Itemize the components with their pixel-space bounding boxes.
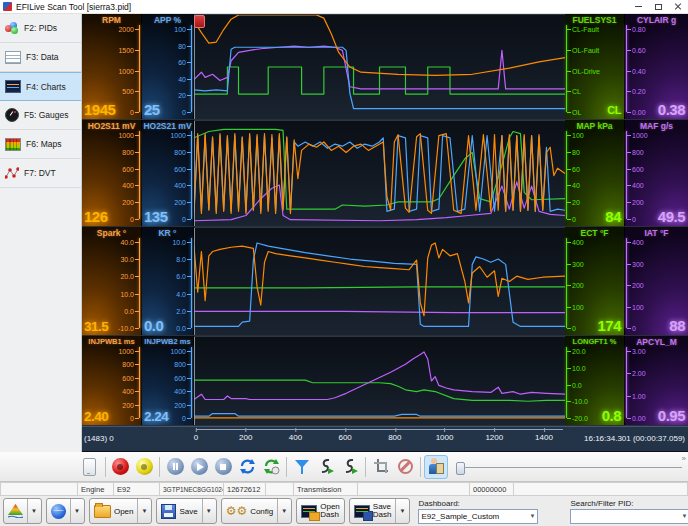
config-gear-icon: ⚙⚙ (226, 505, 248, 517)
gauge-cylair[interactable]: CYLAIR g 0.800.600.400.200.00 0.38 (625, 14, 688, 119)
gauge-ho2s11[interactable]: HO2S11 mV 10008006004002000 126 (82, 120, 142, 226)
sidebar-item-pids[interactable]: F2: PIDs (0, 14, 81, 43)
gauge-axis-ticks: 10.08.06.04.02.00.0 (172, 239, 191, 332)
gauge-label: INJPWB2 ms (142, 336, 193, 346)
chart-cursor[interactable] (194, 15, 195, 119)
chart-marker-handle[interactable] (194, 15, 205, 28)
gauge-map[interactable]: MAP kPa 100806040200 84 (565, 120, 625, 226)
open-button[interactable]: Open ▼ (89, 498, 153, 524)
refresh-button[interactable] (235, 455, 259, 479)
gauge-rpm[interactable]: RPM 2000150010005000 1945 (82, 14, 142, 119)
axis-tick: 80 (567, 149, 580, 156)
filter-button[interactable] (290, 455, 314, 479)
gauge-fuelsys1[interactable]: FUELSYS1 CL-FaultOL-FaultOL-DriveCLOL CL (565, 14, 625, 119)
gauge-injpwb1[interactable]: INJPWB1 ms 10008006004002000 2.40 (82, 336, 142, 425)
record-red-button[interactable] (108, 455, 132, 479)
gauge-value: 1945 (84, 101, 115, 118)
axis-tick: 1000 (118, 68, 139, 75)
log-add-button-1[interactable] (314, 455, 338, 479)
driver-info-button[interactable] (424, 455, 448, 479)
axis-tick: OL-Fault (567, 47, 599, 54)
close-window-button[interactable] (668, 0, 688, 14)
sync-save-button[interactable] (259, 455, 283, 479)
log-add-button-2[interactable] (338, 455, 362, 479)
axis-tick: 1.00 (627, 393, 646, 400)
chevron-down-icon: ▼ (529, 513, 535, 519)
status-cell-vin: 3GTP1NEC8GG102471 (160, 482, 224, 496)
gauge-maf[interactable]: MAF g/s 10008006004002000 49.5 (625, 120, 688, 226)
status-cell-blank (266, 482, 294, 496)
dropdown-arrow[interactable]: ▼ (70, 499, 80, 523)
pause-button[interactable] (163, 455, 187, 479)
pid-chart-tool-button[interactable]: ▼ (3, 498, 42, 524)
sidebar-item-label: F3: Data (26, 52, 59, 62)
sidebar-item-data[interactable]: F3: Data (0, 43, 81, 72)
axis-tick: 0 (567, 216, 576, 223)
gauge-kr[interactable]: KR ° 10.08.06.04.02.00.0 0.0 (142, 227, 194, 335)
stop-button[interactable] (211, 455, 235, 479)
axis-tick: 0 (182, 415, 191, 422)
crop-button[interactable] (369, 455, 393, 479)
gauge-ect[interactable]: ECT °F 4003002001000 174 (565, 227, 625, 335)
axis-tick: 1000 (118, 132, 139, 139)
chart-plot-2[interactable] (194, 120, 565, 226)
gauge-injpwb2[interactable]: INJPWB2 ms 10008006004002000 2.24 (142, 336, 194, 425)
save-button[interactable]: Save ▼ (156, 498, 216, 524)
chart-plot-1[interactable] (194, 14, 565, 119)
dropdown-arrow[interactable]: ▼ (277, 499, 287, 523)
slider-track (464, 467, 681, 468)
gauge-ho2s21[interactable]: HO2S21 mV 10008006004002000 135 (142, 120, 194, 226)
toolbar-overflow-chevron[interactable]: » (682, 452, 686, 463)
gauge-spark[interactable]: Spark ° 40.030.020.010.00.0-10.0 31.5 (82, 227, 142, 335)
sidebar-item-maps[interactable]: F6: Maps (0, 130, 81, 159)
series-line-KR (194, 243, 565, 326)
record-yellow-button[interactable] (132, 455, 156, 479)
device-button[interactable] (78, 455, 102, 479)
dashboard-value: E92_Sample_Custom (421, 512, 499, 521)
dashboard-combo[interactable]: E92_Sample_Custom ▼ (418, 509, 538, 524)
search-filter-pid-combo[interactable]: ▼ (570, 509, 688, 524)
chart-cursor[interactable] (194, 121, 195, 226)
gauge-value: 84 (605, 208, 621, 225)
sidebar-item-gauges[interactable]: F5: Gauges (0, 101, 81, 130)
save-dash-button[interactable]: Save Dash ▼ (349, 498, 411, 524)
gauge-iat[interactable]: IAT °F 4003002001000 88 (625, 227, 688, 335)
chart-cursor[interactable] (194, 337, 195, 425)
playback-slider[interactable] (456, 459, 681, 475)
gauge-axis-ticks: 100806040200 (567, 132, 584, 223)
axis-tick: 400 (174, 182, 191, 189)
minimize-button[interactable] (628, 0, 648, 14)
gauge-app[interactable]: APP % 100806040200 25 (142, 14, 194, 119)
series-line-Spark (194, 243, 565, 316)
web-tool-button[interactable]: ▼ (46, 498, 85, 524)
axis-tick: 200 (174, 199, 191, 206)
chart-plot-4[interactable] (194, 336, 565, 425)
chart-plot-3[interactable] (194, 227, 565, 335)
x-axis-strip: (1483) 0 0200400600800100012001400 16:16… (82, 426, 688, 451)
axis-tick: 600 (174, 166, 191, 173)
dropdown-arrow[interactable]: ▼ (202, 499, 212, 523)
config-button[interactable]: ⚙⚙ Config ▼ (221, 498, 293, 524)
gauges-icon (5, 108, 19, 122)
gauge-longft1[interactable]: LONGFT1 % 20.010.00.0-10.0-20.0 0.8 (565, 336, 625, 425)
disable-button[interactable] (393, 455, 417, 479)
gauge-value: 49.5 (658, 208, 685, 225)
gauge-axis-line (566, 25, 567, 112)
play-button[interactable] (187, 455, 211, 479)
dropdown-arrow[interactable]: ▼ (395, 499, 405, 523)
open-dash-button[interactable]: Open Dash (296, 498, 345, 524)
axis-tick: 2.0 (176, 308, 191, 315)
chart-cursor[interactable] (194, 228, 195, 335)
x-axis-tick: 0 (194, 433, 198, 442)
gauge-axis-ticks: 10008006004002000 (170, 132, 191, 223)
dropdown-arrow[interactable]: ▼ (27, 499, 37, 523)
sidebar-item-charts[interactable]: F4: Charts (0, 72, 81, 101)
maximize-button[interactable] (648, 0, 668, 14)
sidebar-item-dvt[interactable]: F7: DVT (0, 159, 81, 188)
charts-icon (5, 80, 21, 93)
filter-funnel-icon (295, 459, 309, 475)
gauge-axis-line (626, 131, 627, 219)
gauge-apcyl[interactable]: APCYL_M 3.002.001.000.00 0.95 (625, 336, 688, 425)
dropdown-arrow[interactable]: ▼ (137, 499, 147, 523)
slider-handle[interactable] (456, 462, 465, 475)
